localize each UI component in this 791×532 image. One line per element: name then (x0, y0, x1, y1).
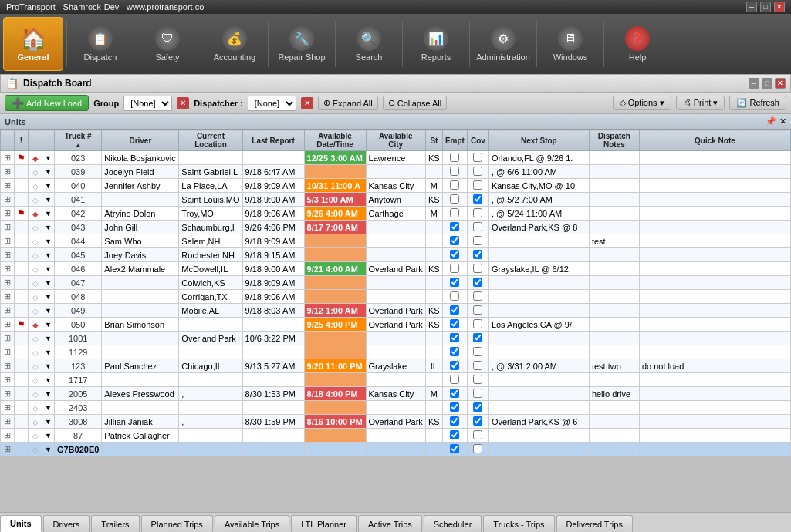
empt-checkbox[interactable] (450, 319, 459, 328)
empt-cell[interactable] (442, 276, 467, 290)
expand-cell[interactable]: ⊞ (1, 401, 15, 415)
refresh-button[interactable]: 🔄 Refresh (729, 96, 786, 110)
empt-checkbox[interactable] (450, 444, 459, 453)
cov-cell[interactable] (467, 387, 488, 401)
expand-cell[interactable]: ⊞ (1, 207, 15, 221)
expand-cell[interactable]: ⊞ (1, 221, 15, 234)
expand-cell[interactable]: ⊞ (1, 193, 15, 207)
expand-all-button[interactable]: ⊕ Expand All (318, 96, 378, 110)
cov-cell[interactable] (467, 401, 488, 415)
arrow-cell[interactable]: ▼ (42, 248, 55, 262)
expand-cell[interactable]: ⊞ (1, 345, 15, 359)
arrow-cell[interactable]: ▼ (42, 276, 55, 290)
cov-cell[interactable] (467, 165, 488, 179)
arrow-cell[interactable]: ▼ (42, 165, 55, 179)
tab-ltl-planner[interactable]: LTL Planner (291, 515, 357, 532)
cov-cell[interactable] (467, 332, 488, 345)
toolbar-item-reports[interactable]: 📊 Reports (406, 17, 466, 71)
dispatcher-clear-button[interactable]: ✕ (301, 97, 313, 109)
empt-checkbox[interactable] (450, 208, 459, 217)
empt-checkbox[interactable] (450, 264, 459, 273)
cov-cell[interactable] (467, 429, 488, 443)
expand-cell[interactable]: ⊞ (1, 165, 15, 179)
expand-cell[interactable]: ⊞ (1, 318, 15, 332)
cov-checkbox[interactable] (473, 333, 482, 342)
dispatch-close-button[interactable]: ✕ (775, 78, 786, 89)
cov-cell[interactable] (467, 290, 488, 304)
empt-cell[interactable] (442, 387, 467, 401)
expand-cell[interactable]: ⊞ (1, 151, 15, 165)
col-avail-city[interactable]: AvailableCity (366, 130, 425, 151)
cov-cell[interactable] (467, 248, 488, 262)
empt-checkbox[interactable] (450, 167, 459, 176)
empt-checkbox[interactable] (450, 194, 459, 204)
arrow-cell[interactable]: ▼ (42, 332, 55, 345)
arrow-cell[interactable]: ▼ (42, 429, 55, 443)
empt-cell[interactable] (442, 207, 467, 221)
cov-cell[interactable] (467, 221, 488, 234)
cov-checkbox[interactable] (473, 361, 482, 370)
cov-cell[interactable] (467, 443, 488, 456)
arrow-cell[interactable]: ▼ (42, 193, 55, 207)
empt-checkbox[interactable] (450, 389, 459, 398)
cov-cell[interactable] (467, 359, 488, 373)
empt-checkbox[interactable] (450, 180, 459, 190)
cov-checkbox[interactable] (473, 416, 482, 426)
empt-checkbox[interactable] (450, 361, 459, 370)
cov-checkbox[interactable] (473, 444, 482, 453)
empt-cell[interactable] (442, 304, 467, 318)
arrow-cell[interactable]: ▼ (42, 207, 55, 221)
options-button[interactable]: ◇ Options ▾ (613, 96, 671, 110)
arrow-cell[interactable]: ▼ (42, 373, 55, 387)
arrow-cell[interactable]: ▼ (42, 443, 55, 456)
expand-cell[interactable]: ⊞ (1, 359, 15, 373)
cov-checkbox[interactable] (473, 402, 482, 412)
group-clear-button[interactable]: ✕ (177, 97, 189, 109)
cov-cell[interactable] (467, 373, 488, 387)
tab-units[interactable]: Units (0, 515, 42, 532)
empt-cell[interactable] (442, 262, 467, 276)
expand-cell[interactable]: ⊞ (1, 262, 15, 276)
cov-cell[interactable] (467, 345, 488, 359)
cov-checkbox[interactable] (473, 305, 482, 315)
dispatcher-dropdown[interactable]: [None] (248, 96, 296, 111)
col-truck[interactable]: Truck #▲ (54, 130, 101, 151)
tab-drivers[interactable]: Drivers (43, 515, 90, 532)
toolbar-item-administration[interactable]: ⚙ Administration (473, 17, 533, 71)
toolbar-item-search[interactable]: 🔍 Search (339, 17, 399, 71)
arrow-cell[interactable]: ▼ (42, 262, 55, 276)
add-new-load-button[interactable]: ➕ Add New Load (5, 95, 89, 111)
expand-cell[interactable]: ⊞ (1, 387, 15, 401)
empt-cell[interactable] (442, 165, 467, 179)
expand-cell[interactable]: ⊞ (1, 332, 15, 345)
empt-cell[interactable] (442, 443, 467, 456)
toolbar-item-general[interactable]: 🏠 General (3, 17, 63, 71)
toolbar-item-help[interactable]: ❓ Help (607, 17, 668, 71)
close-units-icon[interactable]: ✕ (779, 116, 786, 126)
cov-checkbox[interactable] (473, 389, 482, 398)
empt-cell[interactable] (442, 290, 467, 304)
arrow-cell[interactable]: ▼ (42, 179, 55, 193)
cov-cell[interactable] (467, 318, 488, 332)
cov-checkbox[interactable] (473, 236, 482, 245)
col-avail-dt[interactable]: AvailableDate/Time (304, 130, 366, 151)
cov-checkbox[interactable] (473, 208, 482, 217)
col-st[interactable]: St (425, 130, 442, 151)
cov-cell[interactable] (467, 304, 488, 318)
expand-cell[interactable]: ⊞ (1, 415, 15, 429)
cov-checkbox[interactable] (473, 430, 482, 439)
arrow-cell[interactable]: ▼ (42, 290, 55, 304)
empt-cell[interactable] (442, 318, 467, 332)
cov-checkbox[interactable] (473, 194, 482, 204)
tab-planned-trips[interactable]: Planned Trips (141, 515, 213, 532)
toolbar-item-windows[interactable]: 🖥 Windows (540, 17, 600, 71)
collapse-all-button[interactable]: ⊖ Collapse All (383, 96, 447, 110)
dispatch-maximize-button[interactable]: □ (762, 78, 772, 89)
expand-cell[interactable]: ⊞ (1, 429, 15, 443)
tab-scheduler[interactable]: Scheduler (424, 515, 482, 532)
empt-cell[interactable] (442, 332, 467, 345)
cov-cell[interactable] (467, 179, 488, 193)
arrow-cell[interactable]: ▼ (42, 151, 55, 165)
cov-cell[interactable] (467, 276, 488, 290)
cov-checkbox[interactable] (473, 180, 482, 190)
